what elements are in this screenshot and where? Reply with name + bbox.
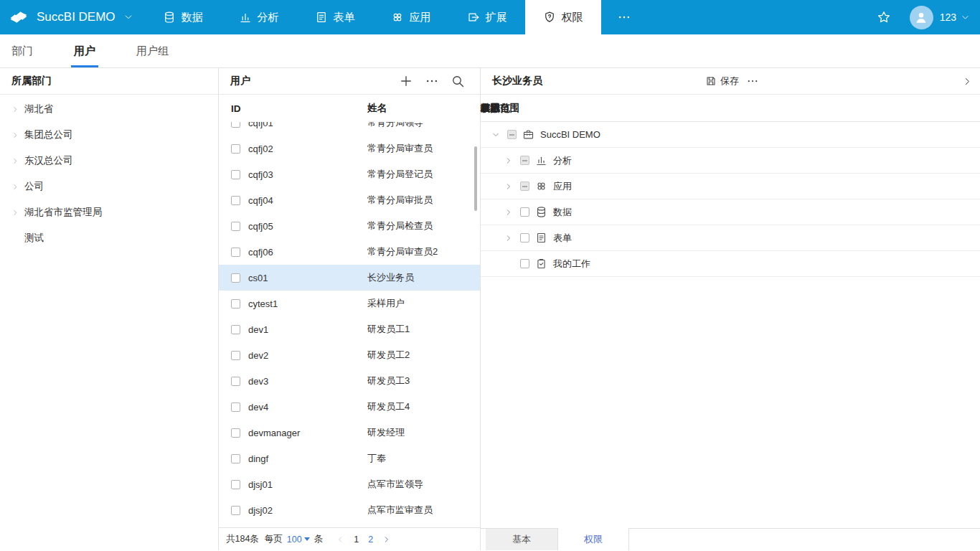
expand-chevron-icon[interactable] xyxy=(11,105,24,113)
per-page-select[interactable]: 100 xyxy=(287,534,310,545)
expand-chevron-icon[interactable] xyxy=(504,260,514,268)
department-tree-item[interactable]: 公司 xyxy=(0,174,218,199)
permission-tree-row[interactable]: 应用 xyxy=(481,174,980,199)
favorite-star-icon[interactable] xyxy=(877,10,891,24)
row-checkbox[interactable] xyxy=(231,377,240,386)
module-tab[interactable]: 用户 xyxy=(74,34,95,67)
plus-icon[interactable] xyxy=(399,74,413,88)
expand-chevron-icon[interactable] xyxy=(504,208,514,217)
expand-chevron-icon[interactable] xyxy=(491,131,501,139)
bottom-tab[interactable]: 权限 xyxy=(557,528,629,550)
user-id: devmanager xyxy=(248,428,300,438)
chevron-down-icon xyxy=(123,12,133,22)
table-row[interactable]: djsj02 点军市监审查员 xyxy=(219,497,480,523)
department-label: 测试 xyxy=(24,232,44,245)
expand-chevron-icon[interactable] xyxy=(11,235,24,242)
more-icon[interactable] xyxy=(746,75,759,88)
row-checkbox[interactable] xyxy=(231,196,240,205)
row-checkbox[interactable] xyxy=(231,428,240,438)
expand-chevron-icon[interactable] xyxy=(11,131,24,139)
page-number[interactable]: 2 xyxy=(368,534,373,545)
row-checkbox[interactable] xyxy=(231,170,240,179)
table-row[interactable]: dev2 研发员工2 xyxy=(219,342,480,368)
table-row[interactable]: cqfj04 常青分局审批员 xyxy=(219,187,480,213)
row-checkbox[interactable] xyxy=(231,273,240,283)
department-tree-item[interactable]: 东汉总公司 xyxy=(0,148,218,174)
row-checkbox[interactable] xyxy=(231,480,240,489)
permission-checkbox[interactable] xyxy=(520,233,529,242)
table-row[interactable]: dev4 研发员工4 xyxy=(219,394,480,420)
row-checkbox[interactable] xyxy=(231,402,240,412)
table-row[interactable]: dev1 研发员工1 xyxy=(219,316,480,342)
permission-checkbox[interactable] xyxy=(520,207,529,217)
expand-chevron-icon[interactable] xyxy=(504,156,514,165)
permission-checkbox[interactable] xyxy=(520,259,529,268)
user-menu-chevron-icon[interactable] xyxy=(961,13,970,22)
page-number[interactable]: 1 xyxy=(354,534,359,545)
column-header-name[interactable]: 姓名 xyxy=(367,102,387,115)
permission-tree-row[interactable]: 表单 xyxy=(481,225,980,251)
table-row[interactable]: cqfj02 常青分局审查员 xyxy=(219,136,480,161)
nav-more-button[interactable] xyxy=(601,0,647,34)
department-tree-item[interactable]: 测试 xyxy=(0,225,218,251)
table-row[interactable]: cqfj05 常青分局检查员 xyxy=(219,213,480,239)
row-checkbox[interactable] xyxy=(231,248,240,257)
table-row[interactable]: cqfj03 常青分局登记员 xyxy=(219,161,480,187)
top-nav-item[interactable]: 扩展 xyxy=(449,0,525,34)
module-tab-label: 用户 xyxy=(74,44,95,58)
expand-chevron-icon[interactable] xyxy=(504,234,514,242)
permission-tree-row[interactable]: 数据 xyxy=(481,199,980,225)
department-tree-item[interactable]: 湖北省 xyxy=(0,96,218,122)
next-page-button[interactable] xyxy=(382,535,391,544)
expand-chevron-icon[interactable] xyxy=(11,157,24,165)
table-row[interactable]: cs01 长沙业务员 xyxy=(219,265,480,291)
permission-checkbox[interactable] xyxy=(520,156,529,165)
permission-checkbox[interactable] xyxy=(520,182,529,191)
permission-checkbox[interactable] xyxy=(507,130,517,139)
permission-tree-row[interactable]: 分析 xyxy=(481,148,980,174)
top-nav-item[interactable]: 权限 xyxy=(525,0,601,34)
expand-chevron-icon[interactable] xyxy=(504,182,514,191)
module-tab[interactable]: 用户组 xyxy=(136,34,169,67)
row-checkbox[interactable] xyxy=(231,325,240,334)
search-icon[interactable] xyxy=(451,74,465,88)
table-row[interactable]: dev3 研发员工3 xyxy=(219,368,480,394)
department-tree-item[interactable]: 集团总公司 xyxy=(0,122,218,148)
more-icon[interactable] xyxy=(425,74,439,88)
permission-tree-row[interactable]: SuccBI DEMO xyxy=(481,122,980,148)
table-row[interactable]: dingf 丁奉 xyxy=(219,446,480,471)
row-checkbox[interactable] xyxy=(231,144,240,154)
expand-chevron-icon[interactable] xyxy=(11,209,24,217)
prev-page-button[interactable] xyxy=(336,535,344,544)
chevron-right-icon[interactable] xyxy=(962,76,973,87)
table-row[interactable]: cytest1 采样用户 xyxy=(219,291,480,316)
module-tab[interactable]: 部门 xyxy=(11,34,33,67)
row-checkbox[interactable] xyxy=(231,122,240,128)
user-avatar[interactable] xyxy=(910,6,933,29)
table-row[interactable]: cqfj06 常青分局审查员2 xyxy=(219,239,480,265)
table-row[interactable]: djsj01 点军市监领导 xyxy=(219,471,480,497)
scrollbar-thumb[interactable] xyxy=(474,146,477,211)
department-tree-item[interactable]: 湖北省市监管理局 xyxy=(0,199,218,225)
bottom-tab[interactable]: 基本 xyxy=(486,529,557,550)
detail-panel-header: 长沙业务员 保存 xyxy=(481,68,980,95)
brand-menu[interactable]: SuccBI DEMO xyxy=(0,0,145,34)
save-button[interactable]: 保存 xyxy=(705,75,739,88)
shield-icon xyxy=(543,11,556,24)
expand-chevron-icon[interactable] xyxy=(11,183,24,191)
permission-tree-row[interactable]: 我的工作 xyxy=(481,251,980,277)
top-nav-item[interactable]: 分析 xyxy=(221,0,297,34)
top-nav-item[interactable]: 表单 xyxy=(297,0,373,34)
row-checkbox[interactable] xyxy=(231,351,240,360)
table-row[interactable]: cqfj01 常青分局领导 xyxy=(219,122,480,136)
row-checkbox[interactable] xyxy=(231,299,240,309)
top-nav-item[interactable]: 数据 xyxy=(145,0,221,34)
user-id: cs01 xyxy=(248,273,268,283)
row-checkbox[interactable] xyxy=(231,222,240,231)
column-header-id[interactable]: ID xyxy=(231,103,241,114)
row-checkbox[interactable] xyxy=(231,506,240,515)
top-nav-item[interactable]: 应用 xyxy=(373,0,449,34)
row-checkbox[interactable] xyxy=(231,454,240,463)
table-row[interactable]: devmanager 研发经理 xyxy=(219,420,480,446)
user-panel-title: 用户 xyxy=(230,75,250,88)
